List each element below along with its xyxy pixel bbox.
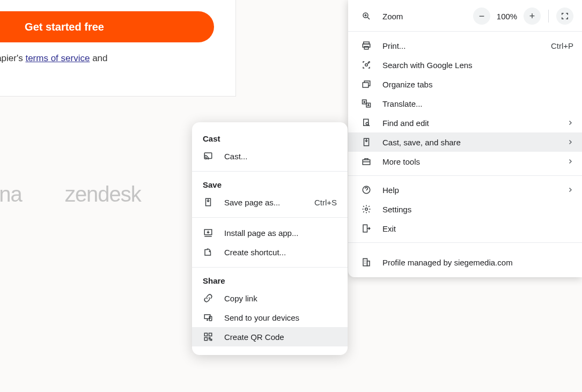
sub-copy-link[interactable]: Copy link bbox=[192, 289, 348, 308]
zoom-out-button[interactable]: − bbox=[473, 8, 490, 25]
gear-icon bbox=[361, 204, 372, 215]
terms-link[interactable]: terms of service bbox=[25, 53, 90, 63]
menu-cast-save-share[interactable]: Cast, save, and share bbox=[348, 132, 582, 152]
sub-share-title: Share bbox=[192, 273, 348, 289]
menu-settings-label: Settings bbox=[382, 205, 573, 214]
qr-icon bbox=[203, 331, 213, 342]
svg-rect-19 bbox=[363, 258, 367, 266]
svg-rect-25 bbox=[204, 333, 207, 336]
sub-install-app-label: Install page as app... bbox=[224, 228, 337, 238]
install-icon bbox=[203, 227, 213, 238]
sub-copy-link-label: Copy link bbox=[224, 294, 337, 303]
sub-cast-label: Cast... bbox=[224, 152, 337, 161]
menu-print-shortcut: Ctrl+P bbox=[551, 41, 573, 50]
menu-print[interactable]: Print... Ctrl+P bbox=[348, 36, 582, 55]
menu-find-edit-label: Find and edit bbox=[382, 119, 567, 128]
sub-create-shortcut-label: Create shortcut... bbox=[224, 248, 337, 257]
menu-more-tools-label: More tools bbox=[382, 157, 567, 166]
print-icon bbox=[361, 40, 372, 51]
menu-exit[interactable]: Exit bbox=[348, 219, 582, 238]
sub-send-devices-label: Send to your devices bbox=[224, 313, 337, 322]
sub-save-title: Save bbox=[192, 177, 348, 193]
svg-rect-20 bbox=[367, 261, 370, 266]
logo-zendesk: zendesk bbox=[65, 182, 141, 206]
svg-point-7 bbox=[365, 64, 368, 66]
translate-icon bbox=[361, 98, 372, 109]
svg-line-1 bbox=[367, 17, 370, 19]
get-started-button[interactable]: Get started free bbox=[0, 11, 214, 42]
chevron-right-icon bbox=[567, 139, 573, 145]
menu-divider bbox=[348, 31, 582, 32]
legal-mid: and bbox=[90, 53, 107, 63]
menu-more-tools[interactable]: More tools bbox=[348, 152, 582, 171]
organize-tabs-icon bbox=[361, 79, 372, 90]
menu-lens-label: Search with Google Lens bbox=[382, 61, 573, 70]
sub-save-page-label: Save page as... bbox=[224, 198, 314, 207]
legal-text: g up, you agree to Zapier's terms of ser… bbox=[0, 53, 214, 75]
sub-create-shortcut[interactable]: Create shortcut... bbox=[192, 242, 348, 262]
sub-cast[interactable]: Cast... bbox=[192, 146, 348, 166]
chrome-main-menu: Zoom − 100% + Print... Ctrl+P Search wit… bbox=[348, 0, 582, 277]
menu-exit-label: Exit bbox=[382, 224, 573, 233]
zoom-value: 100% bbox=[492, 12, 521, 21]
menu-profile-managed-label: Profile managed by siegemedia.com bbox=[382, 258, 573, 267]
zoom-row: Zoom − 100% + bbox=[348, 5, 582, 27]
zoom-label: Zoom bbox=[382, 12, 473, 21]
zoom-divider bbox=[548, 10, 549, 23]
help-icon bbox=[361, 184, 372, 195]
cast-save-share-icon bbox=[361, 137, 372, 147]
building-icon bbox=[361, 257, 372, 268]
sub-send-devices[interactable]: Send to your devices bbox=[192, 308, 348, 327]
svg-point-8 bbox=[368, 63, 369, 64]
menu-divider bbox=[348, 175, 582, 176]
toolbox-icon bbox=[361, 156, 372, 167]
lens-icon bbox=[361, 60, 372, 70]
menu-translate[interactable]: Translate... bbox=[348, 94, 582, 113]
save-page-icon bbox=[203, 197, 213, 208]
sub-save-page-shortcut: Ctrl+S bbox=[314, 198, 337, 207]
svg-rect-26 bbox=[209, 333, 212, 336]
menu-organize-tabs-label: Organize tabs bbox=[382, 80, 573, 89]
sub-create-qr[interactable]: Create QR Code bbox=[192, 327, 348, 346]
sub-install-app[interactable]: Install page as app... bbox=[192, 223, 348, 242]
menu-translate-label: Translate... bbox=[382, 99, 573, 108]
zoom-icon bbox=[361, 11, 372, 21]
menu-cast-save-share-label: Cast, save, and share bbox=[382, 138, 567, 147]
shortcut-icon bbox=[203, 247, 213, 257]
menu-print-label: Print... bbox=[382, 41, 551, 50]
zoom-in-button[interactable]: + bbox=[524, 8, 541, 25]
chevron-right-icon bbox=[567, 120, 573, 126]
svg-point-17 bbox=[365, 208, 368, 211]
menu-organize-tabs[interactable]: Organize tabs bbox=[348, 75, 582, 94]
cast-save-share-submenu: Cast Cast... Save Save page as... Ctrl+S… bbox=[192, 122, 348, 355]
fullscreen-button[interactable] bbox=[556, 8, 573, 25]
menu-find-edit[interactable]: Find and edit bbox=[348, 113, 582, 132]
cast-icon bbox=[203, 151, 213, 161]
find-icon bbox=[361, 117, 372, 128]
submenu-divider bbox=[192, 267, 348, 268]
devices-icon bbox=[203, 312, 213, 323]
legal-prefix: g up, you agree to Zapier's bbox=[0, 53, 25, 63]
sub-save-page[interactable]: Save page as... Ctrl+S bbox=[192, 193, 348, 212]
menu-profile-managed[interactable]: Profile managed by siegemedia.com bbox=[348, 247, 582, 277]
svg-rect-27 bbox=[204, 338, 207, 341]
chevron-right-icon bbox=[567, 187, 573, 193]
sub-create-qr-label: Create QR Code bbox=[224, 332, 337, 342]
submenu-divider bbox=[192, 171, 348, 172]
menu-lens[interactable]: Search with Google Lens bbox=[348, 55, 582, 75]
menu-help[interactable]: Help bbox=[348, 180, 582, 199]
link-icon bbox=[203, 293, 213, 304]
chevron-right-icon bbox=[567, 158, 573, 165]
menu-help-label: Help bbox=[382, 186, 567, 195]
sub-cast-title: Cast bbox=[192, 131, 348, 146]
exit-icon bbox=[361, 223, 372, 234]
signup-card: Get started free g up, you agree to Zapi… bbox=[0, 0, 236, 97]
logo-asana: ana bbox=[0, 182, 22, 206]
svg-rect-18 bbox=[363, 225, 367, 232]
menu-settings[interactable]: Settings bbox=[348, 199, 582, 219]
svg-rect-9 bbox=[363, 83, 369, 87]
submenu-divider bbox=[192, 217, 348, 218]
menu-divider bbox=[348, 242, 582, 243]
